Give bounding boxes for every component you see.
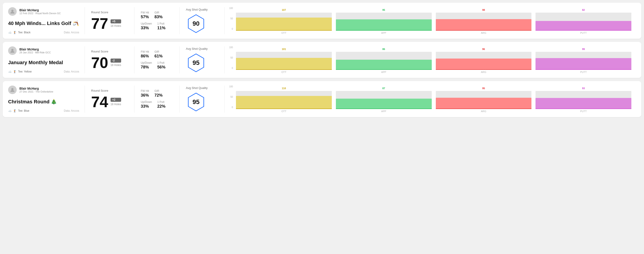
- bar-top-label: 98: [482, 8, 485, 11]
- round-card[interactable]: Blair McHarg12 Feb 2022 · Royal North De…: [3, 3, 641, 39]
- tee-bag-icon: 🏌: [13, 109, 17, 113]
- round-title[interactable]: Christmas Round 🎄: [8, 99, 79, 105]
- hexagon-container: 95: [186, 92, 206, 112]
- round-card[interactable]: Blair McHarg27 Dec 2021 · The Oxfordshir…: [3, 81, 641, 117]
- user-date-course: 27 Dec 2021 · The Oxfordshire: [20, 90, 53, 93]
- weather-icon: ☁️: [8, 109, 12, 113]
- bar-wrapper: [336, 91, 432, 109]
- oneputt-label: 1 Putt: [157, 61, 165, 64]
- bar-top-label: 95: [482, 87, 485, 90]
- chart-section: 100500101OTT86APP96ARG99PUTT: [225, 46, 636, 73]
- bar-group-arg: 96ARG: [436, 48, 532, 73]
- score-badge: -2: [110, 59, 121, 63]
- round-title[interactable]: January Monthly Medal: [8, 60, 79, 66]
- quality-score: 95: [192, 59, 200, 66]
- user-date-course: 12 Feb 2022 · Royal North Devon GC: [20, 12, 61, 15]
- bar-group-ott: 110OTT: [236, 87, 332, 113]
- stats-row-top: FW Hit 57% GIR 83%: [141, 11, 173, 19]
- quality-section: Avg Shot Quality90: [180, 7, 225, 34]
- bar-fill: [336, 99, 432, 109]
- oneputt-label: 1 Putt: [157, 101, 165, 104]
- tee-info: ☁️ 🏌 Tee: Yellow: [8, 70, 32, 73]
- score-row: 74+218 Holes: [91, 94, 128, 110]
- round-left-section: Blair McHarg29 Jan 2022 · Mill Ride GCCJ…: [8, 46, 85, 73]
- score-number: 77: [91, 16, 108, 31]
- tee-bag-icon: 🏌: [13, 70, 17, 73]
- bar-chart: 100500110OTT87APP95ARG93PUTT: [229, 86, 631, 113]
- bar-accent-line: [236, 30, 332, 31]
- user-name: Blair McHarg: [20, 87, 53, 90]
- fw-hit-stat: FW Hit 36%: [141, 89, 149, 98]
- round-card[interactable]: Blair McHarg29 Jan 2022 · Mill Ride GCCJ…: [3, 42, 641, 78]
- bar-group-app: 87APP: [336, 87, 432, 113]
- bar-group-app: 95APP: [336, 8, 432, 34]
- oneputt-stat: 1 Putt 56%: [157, 61, 165, 70]
- y-axis-label: 100: [229, 86, 233, 88]
- score-row: 70-218 Holes: [91, 55, 128, 70]
- y-axis-label: 100: [229, 46, 233, 49]
- score-details: -218 Holes: [110, 59, 121, 67]
- round-footer: ☁️ 🏌 Tee: Black Data: Arccos: [8, 31, 79, 34]
- y-axis-label: 0: [232, 67, 233, 69]
- gir-label: GIR: [154, 50, 163, 53]
- avatar: [8, 7, 17, 16]
- y-axis: 100500: [229, 7, 233, 30]
- tee-info: ☁️ 🏌 Tee: Blue: [8, 109, 29, 113]
- gir-label: GIR: [154, 11, 163, 14]
- bar-x-label: APP: [381, 71, 386, 73]
- quality-score: 90: [192, 20, 200, 27]
- gir-label: GIR: [154, 89, 163, 93]
- score-badge: +5: [110, 19, 121, 23]
- bar-top-label: 82: [582, 8, 585, 11]
- bar-top-label: 86: [382, 48, 385, 50]
- bar-group-ott: 107OTT: [236, 8, 332, 34]
- bar-x-label: OTT: [281, 71, 286, 73]
- quality-section: Avg Shot Quality95: [180, 86, 225, 113]
- gir-stat: GIR 83%: [154, 11, 163, 19]
- score-section: Round Score77+518 Holes: [85, 7, 134, 34]
- bar-accent-line: [336, 69, 432, 70]
- gir-value: 72%: [154, 93, 163, 98]
- bar-top-label: 87: [382, 87, 385, 90]
- gir-value: 61%: [154, 54, 163, 59]
- oneputt-stat: 1 Putt 22%: [157, 101, 165, 109]
- stats-section: FW Hit 36% GIR 72% Up/Down 33% 1 Putt 22…: [134, 86, 180, 113]
- bar-accent-line: [536, 69, 631, 70]
- round-title[interactable]: 40 Mph Winds... Links Golf 🪃: [8, 20, 79, 26]
- bar-top-label: 99: [582, 48, 585, 50]
- fw-hit-value: 86%: [141, 54, 149, 59]
- bar-accent-line: [336, 109, 432, 109]
- bar-fill: [336, 60, 432, 70]
- updown-stat: Up/Down 33%: [141, 22, 152, 30]
- oneputt-value: 56%: [157, 65, 165, 70]
- updown-stat: Up/Down 78%: [141, 61, 152, 70]
- tee-label: Tee: Yellow: [18, 70, 32, 73]
- svg-point-2: [11, 49, 14, 51]
- bar-x-label: APP: [381, 31, 386, 34]
- stats-row-bottom: Up/Down 33% 1 Putt 11%: [141, 22, 173, 30]
- bar-wrapper: [236, 13, 332, 31]
- bar-group-putt: 93PUTT: [536, 87, 631, 113]
- bar-accent-line: [436, 30, 532, 31]
- gir-stat: GIR 61%: [154, 50, 163, 59]
- gir-stat: GIR 72%: [154, 89, 163, 98]
- updown-value: 78%: [141, 65, 152, 70]
- bar-x-label: PUTT: [580, 71, 587, 73]
- chart-section: 100500110OTT87APP95ARG93PUTT: [225, 86, 636, 113]
- bar-top-label: 96: [482, 48, 485, 50]
- y-axis-label: 50: [230, 57, 233, 59]
- bar-x-label: PUTT: [580, 110, 587, 113]
- bar-fill: [436, 59, 532, 70]
- quality-label: Avg Shot Quality: [186, 8, 208, 11]
- bar-group-arg: 95ARG: [436, 87, 532, 113]
- fw-hit-label: FW Hit: [141, 11, 149, 14]
- gir-value: 83%: [154, 15, 163, 19]
- updown-value: 33%: [141, 26, 152, 30]
- bar-fill: [236, 96, 332, 109]
- data-source: Data: Arccos: [64, 109, 79, 112]
- bar-wrapper: [536, 91, 631, 109]
- oneputt-stat: 1 Putt 11%: [157, 22, 165, 30]
- weather-icon: ☁️: [8, 31, 12, 34]
- bar-chart: 100500107OTT95APP98ARG82PUTT: [229, 7, 631, 34]
- score-label: Round Score: [91, 50, 128, 53]
